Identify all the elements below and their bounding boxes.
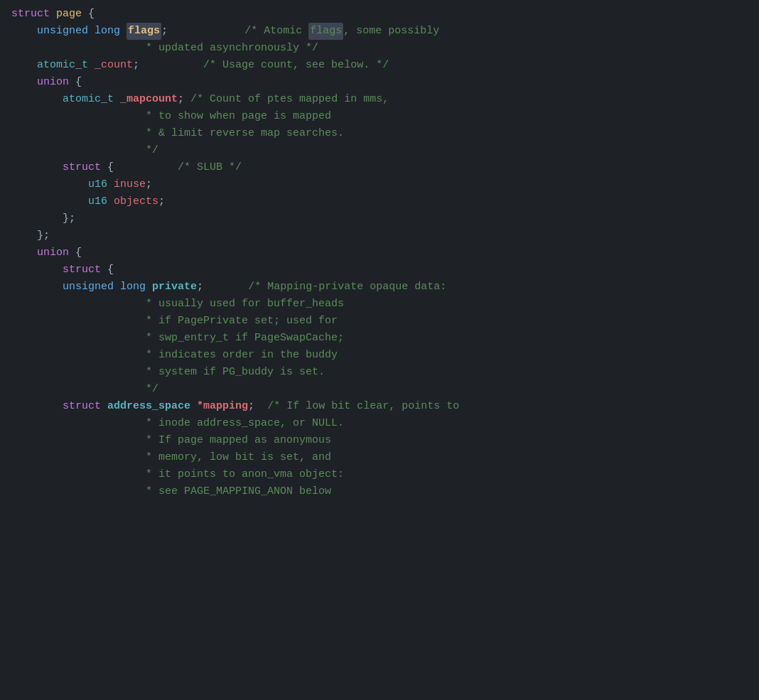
code-line-6: atomic_t _mapcount; /* Count of ptes map… xyxy=(0,91,759,108)
field-private: private xyxy=(152,279,197,296)
code-line-15: union { xyxy=(0,244,759,262)
keyword-long-2: long xyxy=(120,279,146,296)
field-mapcount: _mapcount xyxy=(120,91,178,108)
code-line-28: * it points to anon_vma object: xyxy=(0,466,759,483)
code-line-21: * indicates order in the buddy xyxy=(0,347,759,364)
code-line-3: * updated asynchronously */ xyxy=(0,40,759,57)
field-count: _count xyxy=(95,57,133,74)
code-editor: struct page { unsigned long flags; /* At… xyxy=(0,0,759,506)
keyword-struct-2: struct xyxy=(63,159,101,176)
type-u16-1: u16 xyxy=(88,176,107,193)
field-inuse: inuse xyxy=(114,176,146,193)
code-line-13: }; xyxy=(0,210,759,227)
comment-memory: * memory, low bit is set, and xyxy=(146,449,331,466)
comment-to-show: * to show when page is mapped xyxy=(146,108,331,125)
comment-system: * system if PG_buddy is set. xyxy=(146,364,325,381)
comment-usage-count: /* Usage count, see below. */ xyxy=(203,57,389,74)
comment-mapcount: /* Count of ptes mapped in mms, xyxy=(190,91,389,108)
type-address-space: address_space xyxy=(107,398,190,415)
type-atomic_t: atomic_t xyxy=(37,57,88,74)
comment-indicates: * indicates order in the buddy xyxy=(146,347,338,364)
code-line-17: unsigned long private; /* Mapping-privat… xyxy=(0,279,759,296)
code-line-14: }; xyxy=(0,227,759,244)
keyword-unsigned: unsigned xyxy=(37,23,88,40)
code-line-1: struct page { xyxy=(0,6,759,23)
comment-mapping-private: /* Mapping-private opaque data: xyxy=(248,279,446,296)
comment-usually: * usually used for buffer_heads xyxy=(146,296,344,313)
comment-swp-entry: * swp_entry_t if PageSwapCache; xyxy=(146,330,344,347)
code-line-22: * system if PG_buddy is set. xyxy=(0,364,759,381)
comment-slub: /* SLUB */ xyxy=(178,159,242,176)
code-line-10: struct { /* SLUB */ xyxy=(0,159,759,176)
type-u16-2: u16 xyxy=(88,193,107,210)
comment-if-pageprivate: * if PagePrivate set; used for xyxy=(146,313,338,330)
comment-close-2: */ xyxy=(146,381,158,398)
union-close-brace: }; xyxy=(37,227,50,244)
comment-limit-reverse: * & limit reverse map searches. xyxy=(146,125,344,142)
code-line-4: atomic_t _count; /* Usage count, see bel… xyxy=(0,57,759,74)
code-line-20: * swp_entry_t if PageSwapCache; xyxy=(0,330,759,347)
keyword-union: union xyxy=(37,74,69,91)
code-line-24: struct address_space *mapping; /* If low… xyxy=(0,398,759,415)
comment-if-low-bit: /* If low bit clear, points to xyxy=(267,398,459,415)
field-flags: flags xyxy=(126,23,161,40)
field-mapping: *mapping xyxy=(197,398,248,415)
code-line-27: * memory, low bit is set, and xyxy=(0,449,759,466)
code-line-7: * to show when page is mapped xyxy=(0,108,759,125)
struct-close-brace: }; xyxy=(63,210,75,227)
comment-it-points: * it points to anon_vma object: xyxy=(146,466,344,483)
code-line-23: */ xyxy=(0,381,759,398)
keyword-long: long xyxy=(95,23,120,40)
code-line-18: * usually used for buffer_heads xyxy=(0,296,759,313)
keyword-struct: struct xyxy=(11,6,50,23)
code-line-11: u16 inuse; xyxy=(0,176,759,193)
code-line-25: * inode address_space, or NULL. xyxy=(0,415,759,432)
comment-inode: * inode address_space, or NULL. xyxy=(146,415,344,432)
code-line-12: u16 objects; xyxy=(0,193,759,210)
field-objects: objects xyxy=(114,193,158,210)
comment-atomic-flags: /* Atomic xyxy=(244,23,308,40)
keyword-unsigned-2: unsigned xyxy=(63,279,114,296)
type-atomic_t-2: atomic_t xyxy=(63,91,114,108)
keyword-struct-4: struct xyxy=(63,398,101,415)
code-line-26: * If page mapped as anonymous xyxy=(0,432,759,449)
type-name: page xyxy=(56,6,82,23)
comment-if-page-mapped: * If page mapped as anonymous xyxy=(146,432,331,449)
comment-updated: * updated asynchronously */ xyxy=(146,40,318,57)
comment-see-page-mapping: * see PAGE_MAPPING_ANON below xyxy=(146,483,331,500)
code-line-8: * & limit reverse map searches. xyxy=(0,125,759,142)
code-line-29: * see PAGE_MAPPING_ANON below xyxy=(0,483,759,500)
code-line-5: union { xyxy=(0,74,759,91)
code-line-2: unsigned long flags; /* Atomic flags, so… xyxy=(0,23,759,40)
code-line-16: struct { xyxy=(0,262,759,279)
keyword-union-2: union xyxy=(37,244,69,262)
comment-close-1: */ xyxy=(146,142,158,159)
keyword-struct-3: struct xyxy=(63,262,101,279)
code-line-19: * if PagePrivate set; used for xyxy=(0,313,759,330)
code-line-9: */ xyxy=(0,142,759,159)
comment-flags-highlight: flags xyxy=(308,23,343,40)
